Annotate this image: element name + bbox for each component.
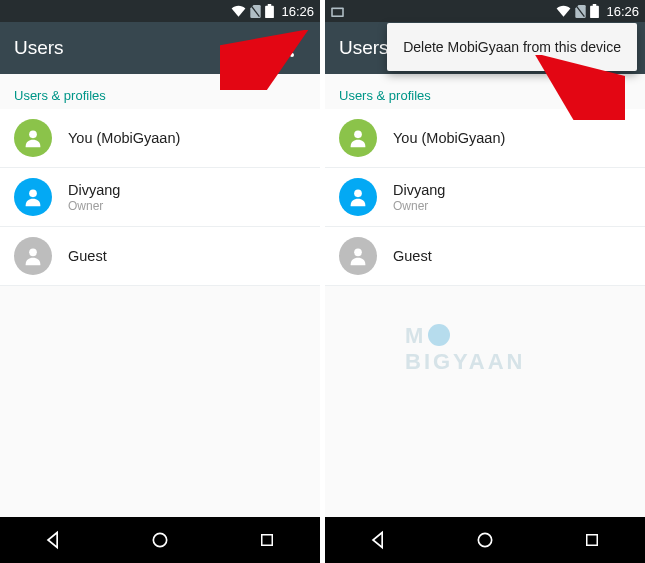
avatar-icon	[14, 178, 52, 216]
avatar-icon	[14, 237, 52, 275]
svg-rect-10	[333, 9, 342, 15]
user-name: You (MobiGyaan)	[393, 130, 505, 146]
svg-point-14	[478, 533, 491, 546]
screen-right: 16:26 Users Users & profiles You (MobiGy…	[325, 0, 645, 563]
nav-recent-button[interactable]	[562, 531, 622, 549]
user-text: Guest	[393, 248, 432, 264]
nav-home-button[interactable]	[130, 530, 190, 550]
status-clock: 16:26	[281, 4, 314, 19]
svg-point-13	[354, 248, 362, 256]
svg-rect-7	[261, 535, 272, 546]
no-sim-icon	[250, 5, 261, 18]
svg-point-12	[354, 189, 362, 197]
nav-bar	[0, 517, 320, 563]
user-subtitle: Owner	[393, 199, 445, 213]
overflow-menu-button[interactable]	[278, 30, 306, 66]
user-name: You (MobiGyaan)	[68, 130, 180, 146]
nav-home-button[interactable]	[455, 530, 515, 550]
page-title: Users	[339, 37, 389, 59]
nav-bar	[325, 517, 645, 563]
avatar-icon	[14, 119, 52, 157]
user-row[interactable]: Guest	[0, 227, 320, 286]
svg-point-2	[290, 53, 294, 57]
section-header: Users & profiles	[0, 74, 320, 109]
nav-back-button[interactable]	[348, 530, 408, 550]
avatar-icon	[339, 237, 377, 275]
svg-point-0	[290, 39, 294, 43]
screenshot-icon	[331, 6, 344, 17]
overflow-popup-menu: Delete MobiGyaan from this device	[387, 23, 637, 71]
user-text: You (MobiGyaan)	[68, 130, 180, 146]
status-bar: 16:26	[325, 0, 645, 22]
user-row[interactable]: You (MobiGyaan)	[0, 109, 320, 168]
status-bar: 16:26	[0, 0, 320, 22]
action-bar: Users	[0, 22, 320, 74]
user-subtitle: Owner	[68, 199, 120, 213]
battery-icon	[265, 4, 274, 18]
user-name: Divyang	[393, 182, 445, 198]
user-name: Guest	[393, 248, 432, 264]
user-row[interactable]: Divyang Owner	[325, 168, 645, 227]
svg-point-5	[29, 248, 37, 256]
screen-left: 16:26 Users Users & profiles You (MobiGy…	[0, 0, 320, 563]
user-text: Divyang Owner	[393, 182, 445, 213]
user-row[interactable]: Guest	[325, 227, 645, 286]
svg-point-11	[354, 130, 362, 138]
content-area: Users & profiles You (MobiGyaan) Divyang…	[325, 74, 645, 517]
user-row[interactable]: You (MobiGyaan)	[325, 109, 645, 168]
status-clock: 16:26	[606, 4, 639, 19]
user-text: You (MobiGyaan)	[393, 130, 505, 146]
battery-icon	[590, 4, 599, 18]
menu-item-delete-user[interactable]: Delete MobiGyaan from this device	[387, 27, 637, 67]
user-text: Divyang Owner	[68, 182, 120, 213]
no-sim-icon	[575, 5, 586, 18]
wifi-icon	[231, 5, 246, 17]
content-area: Users & profiles You (MobiGyaan) Divyang…	[0, 74, 320, 517]
page-title: Users	[14, 37, 64, 59]
section-header: Users & profiles	[325, 74, 645, 109]
svg-point-6	[153, 533, 166, 546]
nav-recent-button[interactable]	[237, 531, 297, 549]
svg-rect-15	[586, 535, 597, 546]
svg-point-1	[290, 46, 294, 50]
avatar-icon	[339, 178, 377, 216]
nav-back-button[interactable]	[23, 530, 83, 550]
user-name: Divyang	[68, 182, 120, 198]
user-row[interactable]: Divyang Owner	[0, 168, 320, 227]
user-name: Guest	[68, 248, 107, 264]
wifi-icon	[556, 5, 571, 17]
avatar-icon	[339, 119, 377, 157]
svg-point-3	[29, 130, 37, 138]
svg-point-4	[29, 189, 37, 197]
user-text: Guest	[68, 248, 107, 264]
